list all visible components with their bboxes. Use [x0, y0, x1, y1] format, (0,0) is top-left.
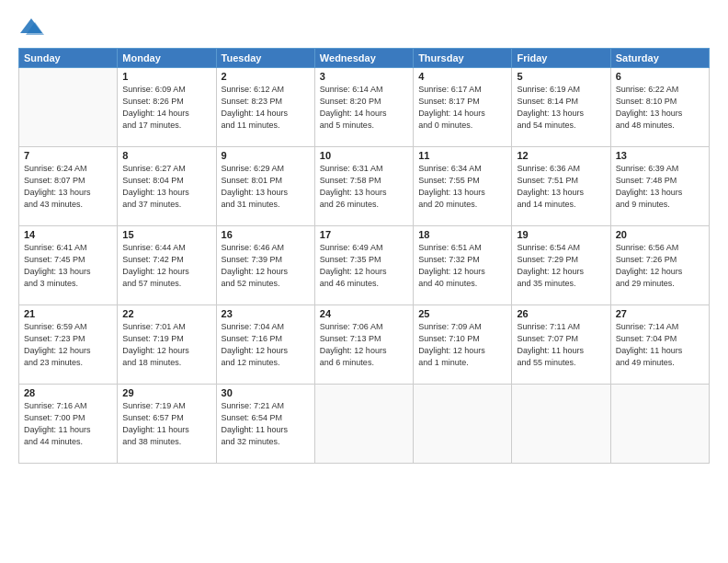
calendar-cell: 26Sunrise: 7:11 AM Sunset: 7:07 PM Dayli…	[512, 305, 610, 385]
calendar-cell: 7Sunrise: 6:24 AM Sunset: 8:07 PM Daylig…	[19, 147, 118, 226]
calendar-cell: 20Sunrise: 6:56 AM Sunset: 7:26 PM Dayli…	[610, 226, 709, 305]
day-number: 29	[122, 387, 210, 398]
day-number: 9	[222, 150, 310, 161]
calendar-cell: 29Sunrise: 7:19 AM Sunset: 6:57 PM Dayli…	[118, 385, 216, 464]
calendar-cell	[414, 385, 512, 464]
day-number: 15	[122, 229, 210, 240]
cell-info: Sunrise: 6:51 AM Sunset: 7:32 PM Dayligh…	[418, 242, 506, 290]
day-number: 4	[418, 71, 506, 82]
logo-icon	[18, 15, 44, 40]
calendar-week-4: 21Sunrise: 6:59 AM Sunset: 7:23 PM Dayli…	[19, 305, 710, 385]
cell-info: Sunrise: 6:34 AM Sunset: 7:55 PM Dayligh…	[418, 163, 506, 211]
calendar-cell: 27Sunrise: 7:14 AM Sunset: 7:04 PM Dayli…	[610, 305, 709, 385]
day-number: 24	[320, 308, 408, 319]
day-header-tuesday: Tuesday	[216, 49, 314, 68]
calendar-cell: 6Sunrise: 6:22 AM Sunset: 8:10 PM Daylig…	[610, 68, 709, 147]
cell-info: Sunrise: 6:41 AM Sunset: 7:45 PM Dayligh…	[24, 242, 112, 290]
calendar-cell: 14Sunrise: 6:41 AM Sunset: 7:45 PM Dayli…	[19, 226, 118, 305]
calendar-cell: 17Sunrise: 6:49 AM Sunset: 7:35 PM Dayli…	[314, 226, 413, 305]
day-number: 19	[517, 229, 605, 240]
calendar-cell: 3Sunrise: 6:14 AM Sunset: 8:20 PM Daylig…	[314, 68, 413, 147]
logo	[18, 15, 48, 40]
cell-info: Sunrise: 6:44 AM Sunset: 7:42 PM Dayligh…	[122, 242, 210, 290]
header	[18, 15, 710, 40]
day-number: 10	[320, 150, 408, 161]
day-number: 30	[222, 387, 310, 398]
day-number: 22	[122, 308, 210, 319]
calendar-cell: 18Sunrise: 6:51 AM Sunset: 7:32 PM Dayli…	[414, 226, 512, 305]
page: SundayMondayTuesdayWednesdayThursdayFrid…	[0, 0, 728, 563]
calendar-cell: 30Sunrise: 7:21 AM Sunset: 6:54 PM Dayli…	[216, 385, 314, 464]
cell-info: Sunrise: 6:09 AM Sunset: 8:26 PM Dayligh…	[122, 84, 210, 132]
calendar-cell: 16Sunrise: 6:46 AM Sunset: 7:39 PM Dayli…	[216, 226, 314, 305]
calendar-week-5: 28Sunrise: 7:16 AM Sunset: 7:00 PM Dayli…	[19, 385, 710, 464]
day-number: 23	[222, 308, 310, 319]
day-header-saturday: Saturday	[610, 49, 709, 68]
cell-info: Sunrise: 6:17 AM Sunset: 8:17 PM Dayligh…	[418, 84, 506, 132]
calendar-week-3: 14Sunrise: 6:41 AM Sunset: 7:45 PM Dayli…	[19, 226, 710, 305]
calendar-cell: 9Sunrise: 6:29 AM Sunset: 8:01 PM Daylig…	[216, 147, 314, 226]
day-number: 20	[616, 229, 704, 240]
day-number: 26	[517, 308, 605, 319]
calendar-cell: 10Sunrise: 6:31 AM Sunset: 7:58 PM Dayli…	[314, 147, 413, 226]
calendar-week-2: 7Sunrise: 6:24 AM Sunset: 8:07 PM Daylig…	[19, 147, 710, 226]
day-number: 13	[616, 150, 704, 161]
day-number: 6	[616, 71, 704, 82]
cell-info: Sunrise: 6:54 AM Sunset: 7:29 PM Dayligh…	[517, 242, 605, 290]
calendar-cell: 13Sunrise: 6:39 AM Sunset: 7:48 PM Dayli…	[610, 147, 709, 226]
calendar-cell: 12Sunrise: 6:36 AM Sunset: 7:51 PM Dayli…	[512, 147, 610, 226]
day-number: 7	[24, 150, 112, 161]
cell-info: Sunrise: 6:39 AM Sunset: 7:48 PM Dayligh…	[616, 163, 704, 211]
day-header-friday: Friday	[512, 49, 610, 68]
cell-info: Sunrise: 7:16 AM Sunset: 7:00 PM Dayligh…	[24, 400, 112, 448]
cell-info: Sunrise: 6:49 AM Sunset: 7:35 PM Dayligh…	[320, 242, 408, 290]
calendar-table: SundayMondayTuesdayWednesdayThursdayFrid…	[18, 48, 710, 464]
calendar-cell: 2Sunrise: 6:12 AM Sunset: 8:23 PM Daylig…	[216, 68, 314, 147]
day-number: 25	[418, 308, 506, 319]
calendar-cell: 11Sunrise: 6:34 AM Sunset: 7:55 PM Dayli…	[414, 147, 512, 226]
cell-info: Sunrise: 7:11 AM Sunset: 7:07 PM Dayligh…	[517, 321, 605, 369]
calendar-cell: 25Sunrise: 7:09 AM Sunset: 7:10 PM Dayli…	[414, 305, 512, 385]
header-row: SundayMondayTuesdayWednesdayThursdayFrid…	[19, 49, 710, 68]
calendar-cell: 5Sunrise: 6:19 AM Sunset: 8:14 PM Daylig…	[512, 68, 610, 147]
calendar-cell: 15Sunrise: 6:44 AM Sunset: 7:42 PM Dayli…	[118, 226, 216, 305]
day-number: 1	[122, 71, 210, 82]
cell-info: Sunrise: 7:09 AM Sunset: 7:10 PM Dayligh…	[418, 321, 506, 369]
cell-info: Sunrise: 7:06 AM Sunset: 7:13 PM Dayligh…	[320, 321, 408, 369]
cell-info: Sunrise: 6:24 AM Sunset: 8:07 PM Dayligh…	[24, 163, 112, 211]
cell-info: Sunrise: 6:59 AM Sunset: 7:23 PM Dayligh…	[24, 321, 112, 369]
day-number: 2	[222, 71, 310, 82]
cell-info: Sunrise: 7:19 AM Sunset: 6:57 PM Dayligh…	[122, 400, 210, 448]
calendar-cell: 19Sunrise: 6:54 AM Sunset: 7:29 PM Dayli…	[512, 226, 610, 305]
calendar-cell	[19, 68, 118, 147]
cell-info: Sunrise: 6:56 AM Sunset: 7:26 PM Dayligh…	[616, 242, 704, 290]
cell-info: Sunrise: 7:04 AM Sunset: 7:16 PM Dayligh…	[222, 321, 310, 369]
calendar-cell: 4Sunrise: 6:17 AM Sunset: 8:17 PM Daylig…	[414, 68, 512, 147]
cell-info: Sunrise: 7:01 AM Sunset: 7:19 PM Dayligh…	[122, 321, 210, 369]
cell-info: Sunrise: 7:21 AM Sunset: 6:54 PM Dayligh…	[222, 400, 310, 448]
calendar-cell: 28Sunrise: 7:16 AM Sunset: 7:00 PM Dayli…	[19, 385, 118, 464]
day-number: 28	[24, 387, 112, 398]
calendar-cell: 21Sunrise: 6:59 AM Sunset: 7:23 PM Dayli…	[19, 305, 118, 385]
day-number: 12	[517, 150, 605, 161]
day-number: 17	[320, 229, 408, 240]
day-number: 11	[418, 150, 506, 161]
day-header-monday: Monday	[118, 49, 216, 68]
day-number: 3	[320, 71, 408, 82]
day-header-sunday: Sunday	[19, 49, 118, 68]
calendar-cell	[314, 385, 413, 464]
day-number: 14	[24, 229, 112, 240]
day-number: 8	[122, 150, 210, 161]
cell-info: Sunrise: 6:46 AM Sunset: 7:39 PM Dayligh…	[222, 242, 310, 290]
day-number: 21	[24, 308, 112, 319]
cell-info: Sunrise: 7:14 AM Sunset: 7:04 PM Dayligh…	[616, 321, 704, 369]
cell-info: Sunrise: 6:12 AM Sunset: 8:23 PM Dayligh…	[222, 84, 310, 132]
calendar-week-1: 1Sunrise: 6:09 AM Sunset: 8:26 PM Daylig…	[19, 68, 710, 147]
day-number: 16	[222, 229, 310, 240]
day-number: 5	[517, 71, 605, 82]
calendar-body: 1Sunrise: 6:09 AM Sunset: 8:26 PM Daylig…	[19, 68, 710, 464]
cell-info: Sunrise: 6:29 AM Sunset: 8:01 PM Dayligh…	[222, 163, 310, 211]
calendar-cell: 22Sunrise: 7:01 AM Sunset: 7:19 PM Dayli…	[118, 305, 216, 385]
day-header-thursday: Thursday	[414, 49, 512, 68]
cell-info: Sunrise: 6:31 AM Sunset: 7:58 PM Dayligh…	[320, 163, 408, 211]
